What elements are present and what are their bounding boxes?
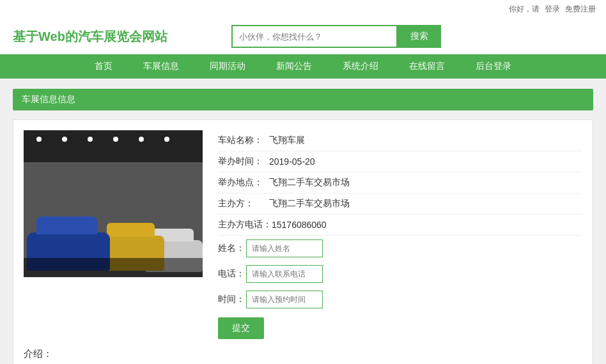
time-label: 举办时间： [218,156,269,167]
nav-message[interactable]: 在线留言 [394,54,460,79]
search-button[interactable]: 搜索 [398,25,441,48]
name-label: 姓名： [218,243,246,254]
site-title: 基于Web的汽车展览会网站 [13,28,167,45]
nav-admin[interactable]: 后台登录 [460,54,527,79]
time2-input[interactable] [246,291,323,308]
location-label: 举办地点： [218,177,269,188]
main-content: 车展信息信息 车站名称： 飞翔车展 [0,79,606,364]
login-link[interactable]: 登录 [545,4,560,15]
search-area: 搜索 [231,25,441,48]
info-panel: 车站名称： 飞翔车展 举办时间： 2019-05-20 举办地点： 飞翔二手车交… [218,130,582,339]
name-input[interactable] [246,239,323,257]
tel-label: 电话： [218,268,246,280]
section-title: 车展信息信息 [13,89,593,110]
station-row: 车站名称： 飞翔车展 [218,130,582,151]
station-value: 飞翔车展 [269,135,305,146]
time-row: 举办时间： 2019-05-20 [218,151,582,172]
time-value: 2019-05-20 [269,156,315,167]
organizer-label: 主办方： [218,198,269,209]
detail-card: 车站名称： 飞翔车展 举办时间： 2019-05-20 举办地点： 飞翔二手车交… [13,119,593,364]
greeting-text: 你好，请 [509,4,540,15]
register-link[interactable]: 免费注册 [565,4,596,15]
name-row: 姓名： [218,236,582,261]
time2-label: 时间： [218,294,246,305]
location-value: 飞翔二手车交易市场 [269,177,350,188]
phone-value: 15176086060 [272,220,327,230]
tel-row: 电话： [218,261,582,287]
nav-activities[interactable]: 同期活动 [194,54,261,79]
card-body: 车站名称： 飞翔车展 举办时间： 2019-05-20 举办地点： 飞翔二手车交… [24,130,582,339]
nav-system[interactable]: 系统介绍 [327,54,394,79]
station-label: 车站名称： [218,135,269,146]
tel-input[interactable] [246,265,323,283]
nav-car-info[interactable]: 车展信息 [128,54,194,79]
intro-section: 介绍： 大家到时候可以看看看 [24,348,582,364]
intro-label: 介绍： [24,348,582,360]
car-image [24,130,203,277]
phone-row: 主办方电话： 15176086060 [218,215,582,236]
search-input[interactable] [231,25,398,48]
header: 基于Web的汽车展览会网站 搜索 [0,19,606,54]
main-nav: 首页 车展信息 同期活动 新闻公告 系统介绍 在线留言 后台登录 [0,54,606,79]
nav-home[interactable]: 首页 [79,54,128,79]
nav-news[interactable]: 新闻公告 [261,54,327,79]
submit-button[interactable]: 提交 [218,317,264,339]
organizer-row: 主办方： 飞翔二手车交易市场 [218,193,582,215]
location-row: 举办地点： 飞翔二手车交易市场 [218,172,582,193]
organizer-value: 飞翔二手车交易市场 [269,198,350,209]
time2-row: 时间： [218,287,582,312]
phone-label: 主办方电话： [218,219,272,231]
top-bar: 你好，请 登录 免费注册 [0,0,606,19]
